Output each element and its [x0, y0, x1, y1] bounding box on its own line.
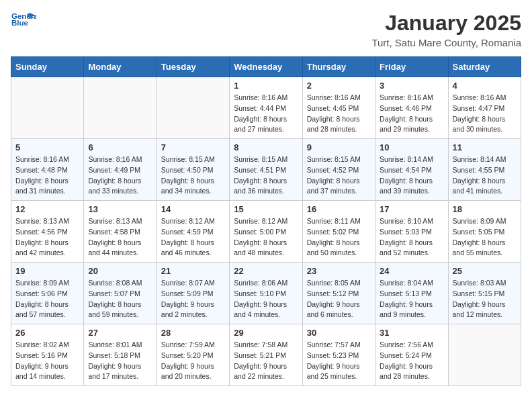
calendar-week-row: 1Sunrise: 8:16 AM Sunset: 4:44 PM Daylig…: [11, 77, 521, 139]
day-info: Sunrise: 8:09 AM Sunset: 5:06 PM Dayligh…: [15, 278, 79, 320]
calendar-cell: 7Sunrise: 8:15 AM Sunset: 4:50 PM Daylig…: [157, 139, 229, 201]
day-info: Sunrise: 8:01 AM Sunset: 5:18 PM Dayligh…: [88, 340, 152, 382]
weekday-header: Sunday: [11, 57, 84, 77]
day-number: 10: [380, 142, 443, 152]
calendar-cell: 17Sunrise: 8:10 AM Sunset: 5:03 PM Dayli…: [375, 201, 448, 263]
calendar-cell: 28Sunrise: 7:59 AM Sunset: 5:20 PM Dayli…: [157, 324, 229, 386]
day-info: Sunrise: 8:05 AM Sunset: 5:12 PM Dayligh…: [307, 278, 371, 320]
day-info: Sunrise: 8:15 AM Sunset: 4:50 PM Dayligh…: [161, 154, 225, 197]
day-info: Sunrise: 8:14 AM Sunset: 4:55 PM Dayligh…: [453, 154, 517, 197]
title-area: January 2025 Turt, Satu Mare County, Rom…: [371, 11, 521, 48]
calendar-cell: 20Sunrise: 8:08 AM Sunset: 5:07 PM Dayli…: [84, 263, 157, 324]
day-info: Sunrise: 8:16 AM Sunset: 4:49 PM Dayligh…: [88, 154, 152, 197]
calendar-cell: 16Sunrise: 8:11 AM Sunset: 5:02 PM Dayli…: [302, 201, 375, 263]
day-number: 13: [88, 204, 152, 214]
weekday-header: Friday: [375, 57, 448, 77]
day-number: 11: [453, 142, 517, 152]
calendar-cell: 23Sunrise: 8:05 AM Sunset: 5:12 PM Dayli…: [302, 263, 375, 324]
day-number: 24: [380, 266, 443, 276]
day-number: 23: [307, 266, 371, 276]
day-number: 12: [15, 204, 79, 214]
calendar-cell: 4Sunrise: 8:16 AM Sunset: 4:47 PM Daylig…: [448, 77, 521, 139]
weekday-header: Monday: [84, 57, 157, 77]
calendar-cell: 9Sunrise: 8:15 AM Sunset: 4:52 PM Daylig…: [302, 139, 375, 201]
day-number: 6: [88, 142, 152, 152]
day-number: 7: [161, 142, 225, 152]
day-number: 15: [234, 204, 298, 214]
day-number: 27: [88, 328, 152, 338]
calendar-cell: 8Sunrise: 8:15 AM Sunset: 4:51 PM Daylig…: [230, 139, 302, 201]
day-info: Sunrise: 8:16 AM Sunset: 4:48 PM Dayligh…: [15, 154, 79, 197]
day-info: Sunrise: 7:57 AM Sunset: 5:23 PM Dayligh…: [307, 340, 371, 382]
calendar-cell: 6Sunrise: 8:16 AM Sunset: 4:49 PM Daylig…: [84, 139, 157, 201]
day-info: Sunrise: 8:06 AM Sunset: 5:10 PM Dayligh…: [234, 278, 298, 320]
page-header: General Blue January 2025 Turt, Satu Mar…: [11, 11, 521, 48]
calendar-cell: [448, 324, 521, 386]
day-number: 5: [15, 142, 79, 152]
day-info: Sunrise: 8:10 AM Sunset: 5:03 PM Dayligh…: [380, 216, 443, 259]
day-info: Sunrise: 8:15 AM Sunset: 4:51 PM Dayligh…: [234, 154, 298, 197]
day-info: Sunrise: 8:04 AM Sunset: 5:13 PM Dayligh…: [380, 278, 443, 320]
day-info: Sunrise: 7:56 AM Sunset: 5:24 PM Dayligh…: [380, 340, 443, 382]
calendar-cell: 30Sunrise: 7:57 AM Sunset: 5:23 PM Dayli…: [302, 324, 375, 386]
day-info: Sunrise: 8:09 AM Sunset: 5:05 PM Dayligh…: [453, 216, 517, 259]
day-info: Sunrise: 8:16 AM Sunset: 4:45 PM Dayligh…: [307, 93, 371, 135]
day-info: Sunrise: 7:58 AM Sunset: 5:21 PM Dayligh…: [234, 340, 298, 382]
day-info: Sunrise: 8:07 AM Sunset: 5:09 PM Dayligh…: [161, 278, 225, 320]
weekday-header: Wednesday: [230, 57, 302, 77]
calendar-cell: 1Sunrise: 8:16 AM Sunset: 4:44 PM Daylig…: [230, 77, 302, 139]
day-info: Sunrise: 8:12 AM Sunset: 4:59 PM Dayligh…: [161, 216, 225, 259]
weekday-header-row: SundayMondayTuesdayWednesdayThursdayFrid…: [11, 57, 521, 77]
calendar-cell: 24Sunrise: 8:04 AM Sunset: 5:13 PM Dayli…: [375, 263, 448, 324]
day-info: Sunrise: 8:14 AM Sunset: 4:54 PM Dayligh…: [380, 154, 443, 197]
day-info: Sunrise: 8:08 AM Sunset: 5:07 PM Dayligh…: [88, 278, 152, 320]
day-number: 20: [88, 266, 152, 276]
day-number: 30: [307, 328, 371, 338]
day-info: Sunrise: 8:15 AM Sunset: 4:52 PM Dayligh…: [307, 154, 371, 197]
svg-text:Blue: Blue: [11, 19, 29, 27]
calendar-cell: [11, 77, 84, 139]
day-number: 8: [234, 142, 298, 152]
calendar-cell: 31Sunrise: 7:56 AM Sunset: 5:24 PM Dayli…: [375, 324, 448, 386]
day-number: 2: [307, 81, 371, 91]
calendar-cell: 15Sunrise: 8:12 AM Sunset: 5:00 PM Dayli…: [230, 201, 302, 263]
calendar-week-row: 26Sunrise: 8:02 AM Sunset: 5:16 PM Dayli…: [11, 324, 521, 386]
weekday-header: Thursday: [302, 57, 375, 77]
calendar-cell: 19Sunrise: 8:09 AM Sunset: 5:06 PM Dayli…: [11, 263, 84, 324]
calendar-cell: 18Sunrise: 8:09 AM Sunset: 5:05 PM Dayli…: [448, 201, 521, 263]
day-number: 28: [161, 328, 225, 338]
calendar-cell: 11Sunrise: 8:14 AM Sunset: 4:55 PM Dayli…: [448, 139, 521, 201]
day-info: Sunrise: 8:12 AM Sunset: 5:00 PM Dayligh…: [234, 216, 298, 259]
calendar-cell: [157, 77, 229, 139]
calendar-table: SundayMondayTuesdayWednesdayThursdayFrid…: [11, 56, 521, 386]
calendar-cell: 22Sunrise: 8:06 AM Sunset: 5:10 PM Dayli…: [230, 263, 302, 324]
calendar-week-row: 19Sunrise: 8:09 AM Sunset: 5:06 PM Dayli…: [11, 263, 521, 324]
calendar-week-row: 5Sunrise: 8:16 AM Sunset: 4:48 PM Daylig…: [11, 139, 521, 201]
calendar-cell: 29Sunrise: 7:58 AM Sunset: 5:21 PM Dayli…: [230, 324, 302, 386]
day-number: 31: [380, 328, 443, 338]
day-info: Sunrise: 8:02 AM Sunset: 5:16 PM Dayligh…: [15, 340, 79, 382]
calendar-cell: 10Sunrise: 8:14 AM Sunset: 4:54 PM Dayli…: [375, 139, 448, 201]
day-info: Sunrise: 8:13 AM Sunset: 4:58 PM Dayligh…: [88, 216, 152, 259]
day-number: 22: [234, 266, 298, 276]
day-info: Sunrise: 8:03 AM Sunset: 5:15 PM Dayligh…: [453, 278, 517, 320]
day-number: 4: [453, 81, 517, 91]
weekday-header: Tuesday: [157, 57, 229, 77]
weekday-header: Saturday: [448, 57, 521, 77]
calendar-cell: 2Sunrise: 8:16 AM Sunset: 4:45 PM Daylig…: [302, 77, 375, 139]
day-number: 1: [234, 81, 298, 91]
day-number: 14: [161, 204, 225, 214]
day-info: Sunrise: 8:16 AM Sunset: 4:46 PM Dayligh…: [380, 93, 443, 135]
calendar-cell: [84, 77, 157, 139]
day-info: Sunrise: 7:59 AM Sunset: 5:20 PM Dayligh…: [161, 340, 225, 382]
day-number: 9: [307, 142, 371, 152]
day-number: 19: [15, 266, 79, 276]
calendar-week-row: 12Sunrise: 8:13 AM Sunset: 4:56 PM Dayli…: [11, 201, 521, 263]
calendar-cell: 5Sunrise: 8:16 AM Sunset: 4:48 PM Daylig…: [11, 139, 84, 201]
day-number: 16: [307, 204, 371, 214]
calendar-cell: 25Sunrise: 8:03 AM Sunset: 5:15 PM Dayli…: [448, 263, 521, 324]
day-number: 26: [15, 328, 79, 338]
day-number: 25: [453, 266, 517, 276]
calendar-cell: 21Sunrise: 8:07 AM Sunset: 5:09 PM Dayli…: [157, 263, 229, 324]
day-number: 29: [234, 328, 298, 338]
